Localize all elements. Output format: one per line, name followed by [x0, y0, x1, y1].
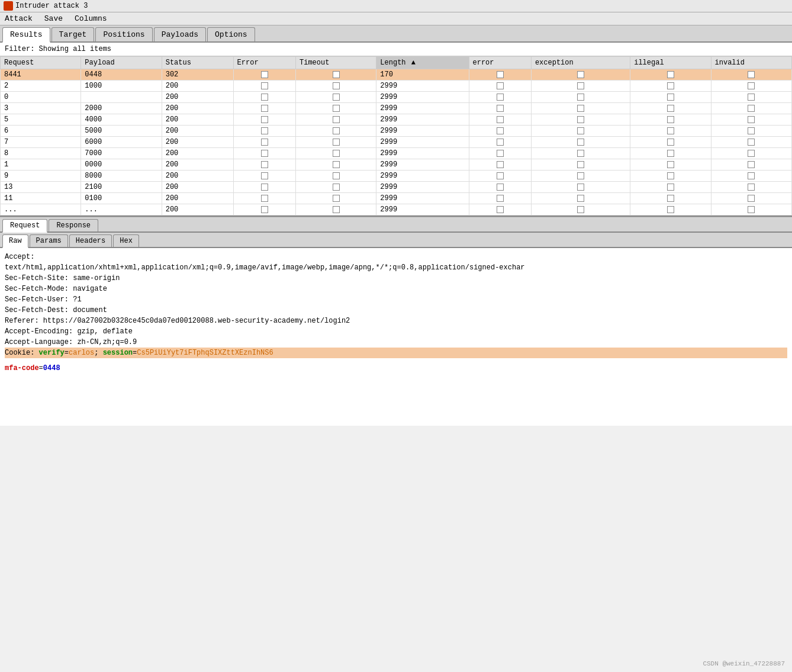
- menu-save[interactable]: Save: [42, 14, 65, 24]
- checkbox[interactable]: [577, 161, 584, 168]
- checkbox[interactable]: [748, 105, 755, 112]
- checkbox[interactable]: [333, 127, 340, 134]
- checkbox[interactable]: [261, 206, 268, 213]
- col-invalid[interactable]: invalid: [711, 57, 791, 69]
- checkbox[interactable]: [497, 82, 504, 89]
- menu-attack[interactable]: Attack: [2, 14, 35, 24]
- checkbox[interactable]: [748, 172, 755, 179]
- checkbox[interactable]: [667, 116, 674, 123]
- checkbox[interactable]: [497, 127, 504, 134]
- subtab-hex[interactable]: Hex: [113, 234, 139, 247]
- checkbox[interactable]: [667, 150, 674, 157]
- checkbox[interactable]: [261, 139, 268, 146]
- checkbox[interactable]: [577, 105, 584, 112]
- checkbox[interactable]: [497, 161, 504, 168]
- col-error[interactable]: Error: [233, 57, 295, 69]
- checkbox[interactable]: [577, 82, 584, 89]
- checkbox[interactable]: [261, 150, 268, 157]
- checkbox[interactable]: [577, 195, 584, 202]
- table-row[interactable]: 1321002002999: [1, 182, 792, 193]
- subtab-params[interactable]: Params: [30, 234, 68, 247]
- checkbox[interactable]: [261, 184, 268, 191]
- checkbox[interactable]: [497, 71, 504, 78]
- col-illegal[interactable]: illegal: [630, 57, 711, 69]
- checkbox[interactable]: [261, 172, 268, 179]
- checkbox[interactable]: [577, 71, 584, 78]
- checkbox[interactable]: [333, 172, 340, 179]
- checkbox[interactable]: [667, 161, 674, 168]
- table-row[interactable]: 210002002999: [1, 81, 792, 92]
- checkbox[interactable]: [667, 127, 674, 134]
- checkbox[interactable]: [577, 94, 584, 101]
- tab-options[interactable]: Options: [207, 27, 255, 41]
- checkbox[interactable]: [333, 206, 340, 213]
- checkbox[interactable]: [577, 116, 584, 123]
- table-row[interactable]: 02002999: [1, 92, 792, 103]
- table-row[interactable]: 870002002999: [1, 148, 792, 159]
- checkbox[interactable]: [333, 105, 340, 112]
- col-length[interactable]: Length ▲: [376, 57, 469, 69]
- col-payload[interactable]: Payload: [81, 57, 162, 69]
- checkbox[interactable]: [333, 139, 340, 146]
- checkbox[interactable]: [667, 184, 674, 191]
- checkbox[interactable]: [748, 161, 755, 168]
- checkbox[interactable]: [261, 127, 268, 134]
- checkbox[interactable]: [333, 150, 340, 157]
- checkbox[interactable]: [497, 116, 504, 123]
- checkbox[interactable]: [497, 172, 504, 179]
- table-row[interactable]: 760002002999: [1, 137, 792, 148]
- tab-request[interactable]: Request: [2, 219, 47, 233]
- checkbox[interactable]: [667, 94, 674, 101]
- checkbox[interactable]: [497, 195, 504, 202]
- checkbox[interactable]: [497, 94, 504, 101]
- checkbox[interactable]: [748, 184, 755, 191]
- checkbox[interactable]: [667, 82, 674, 89]
- checkbox[interactable]: [497, 184, 504, 191]
- col-err[interactable]: error: [469, 57, 531, 69]
- checkbox[interactable]: [497, 139, 504, 146]
- checkbox[interactable]: [333, 116, 340, 123]
- col-request[interactable]: Request: [1, 57, 81, 69]
- tab-response[interactable]: Response: [49, 219, 98, 231]
- checkbox[interactable]: [261, 116, 268, 123]
- checkbox[interactable]: [748, 94, 755, 101]
- checkbox[interactable]: [748, 82, 755, 89]
- checkbox[interactable]: [748, 116, 755, 123]
- checkbox[interactable]: [667, 206, 674, 213]
- tab-results[interactable]: Results: [2, 27, 50, 43]
- checkbox[interactable]: [748, 139, 755, 146]
- checkbox[interactable]: [667, 71, 674, 78]
- col-timeout[interactable]: Timeout: [295, 57, 376, 69]
- checkbox[interactable]: [577, 172, 584, 179]
- checkbox[interactable]: [667, 195, 674, 202]
- col-status[interactable]: Status: [162, 57, 233, 69]
- checkbox[interactable]: [577, 150, 584, 157]
- tab-target[interactable]: Target: [51, 27, 95, 41]
- checkbox[interactable]: [748, 150, 755, 157]
- table-row[interactable]: 320002002999: [1, 103, 792, 114]
- table-row[interactable]: 540002002999: [1, 114, 792, 126]
- checkbox[interactable]: [261, 71, 268, 78]
- table-row[interactable]: 100002002999: [1, 159, 792, 171]
- checkbox[interactable]: [748, 71, 755, 78]
- checkbox[interactable]: [261, 161, 268, 168]
- checkbox[interactable]: [667, 105, 674, 112]
- checkbox[interactable]: [497, 150, 504, 157]
- checkbox[interactable]: [261, 195, 268, 202]
- checkbox[interactable]: [577, 206, 584, 213]
- checkbox[interactable]: [333, 161, 340, 168]
- checkbox[interactable]: [748, 127, 755, 134]
- checkbox[interactable]: [577, 127, 584, 134]
- checkbox[interactable]: [333, 184, 340, 191]
- checkbox[interactable]: [667, 172, 674, 179]
- checkbox[interactable]: [497, 105, 504, 112]
- table-row[interactable]: 650002002999: [1, 126, 792, 137]
- checkbox[interactable]: [667, 139, 674, 146]
- menu-columns[interactable]: Columns: [72, 14, 110, 24]
- checkbox[interactable]: [261, 94, 268, 101]
- checkbox[interactable]: [333, 71, 340, 78]
- checkbox[interactable]: [577, 139, 584, 146]
- tab-positions[interactable]: Positions: [95, 27, 152, 41]
- checkbox[interactable]: [333, 82, 340, 89]
- table-row[interactable]: 980002002999: [1, 171, 792, 182]
